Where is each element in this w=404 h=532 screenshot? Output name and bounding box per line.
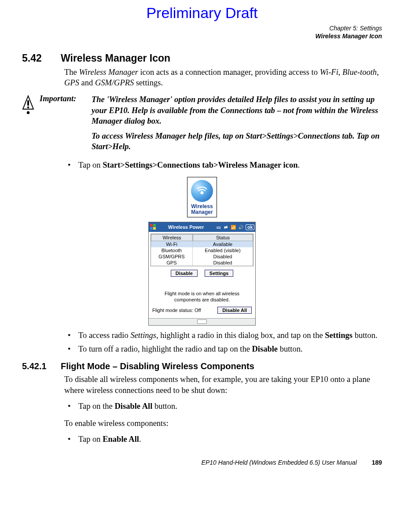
warning-icon (22, 94, 35, 151)
important-note-block: Important: The 'Wireless Manager' option… (22, 94, 382, 151)
cell-wireless: Bluetooth (151, 247, 193, 253)
text: Tap on (78, 435, 103, 444)
keyboard-icon (197, 319, 207, 324)
titlebar-title: Wireless Power (158, 224, 213, 230)
section-5-42-1-heading: 5.42.1Flight Mode – Disabling Wireless C… (22, 361, 382, 371)
svg-rect-4 (150, 224, 153, 227)
text: button. (152, 402, 177, 411)
text: . (139, 435, 141, 444)
svg-rect-7 (153, 227, 156, 230)
signal-icon: 📶 (230, 224, 236, 230)
battery-icon: ▭ (215, 224, 221, 230)
list-item: Tap on Start>Settings>Connections tab>Wi… (64, 160, 382, 171)
text: Manager (191, 209, 213, 215)
wireless-manager-icon-box: Wireless Manager (187, 177, 217, 217)
important-p1: The 'Wireless Manager' option provides d… (92, 94, 382, 126)
bullet-list-2: To access radio Settings, highlight a ra… (64, 330, 382, 355)
important-p2: To access Wireless Manager help files, t… (92, 131, 382, 152)
section-5-42-heading: 5.42Wireless Manager Icon (22, 52, 382, 64)
list-item: Tap on Enable All. (64, 434, 382, 445)
cell-wireless: GPS (151, 260, 193, 266)
list-item: To access radio Settings, highlight a ra… (64, 330, 382, 341)
cell-wireless: Wi-Fi (151, 241, 193, 247)
text-bold: Start>Settings>Connections tab>Wireless … (103, 161, 297, 169)
chapter-line-1: Chapter 5: Settings (22, 24, 382, 32)
footer-manual-title: EP10 Hand-Held (Windows Embedded 6.5) Us… (202, 459, 357, 466)
text-italic: GPS (64, 78, 79, 87)
bullet-list-1: Tap on Start>Settings>Connections tab>Wi… (64, 160, 382, 171)
enable-intro: To enable wireless components: (64, 418, 382, 429)
grid-header-row: Wireless Status (151, 234, 253, 241)
text-italic: GSM/GPRS (95, 78, 134, 87)
text-italic: Blue-tooth (342, 68, 377, 77)
text: The (64, 68, 79, 77)
bullet-list-3: Tap on the Disable All button. (64, 401, 382, 412)
svg-rect-6 (150, 227, 153, 230)
col-wireless-header: Wireless (151, 234, 193, 241)
svg-point-2 (27, 111, 29, 114)
svg-rect-5 (153, 224, 156, 227)
bullet-list-4: Tap on Enable All. (64, 434, 382, 445)
device-screenshot: Wireless Power ▭ ⇄ 📶 🔊 ok Wireless Statu… (148, 222, 256, 326)
text: To turn off a radio, highlight the radio… (78, 345, 252, 353)
table-row[interactable]: GPS Disabled (151, 260, 253, 266)
cell-status: Available (193, 241, 253, 247)
text-bold: Disable (252, 345, 278, 353)
table-row[interactable]: Wi-Fi Available (151, 241, 253, 247)
text: , (338, 68, 342, 77)
text: and (79, 78, 95, 87)
text: icon acts as a connection manager, provi… (138, 68, 320, 77)
disable-button[interactable]: Disable (171, 270, 198, 277)
chapter-header: Chapter 5: Settings Wireless Manager Ico… (22, 24, 382, 40)
chapter-line-2: Wireless Manager Icon (22, 32, 382, 40)
page-footer: EP10 Hand-Held (Windows Embedded 6.5) Us… (22, 459, 382, 466)
text-italic: Settings (130, 331, 156, 340)
subsection-number: 5.42.1 (22, 361, 61, 371)
windows-flag-icon (150, 224, 157, 231)
text: , (377, 68, 379, 77)
list-item: Tap on the Disable All button. (64, 401, 382, 412)
section-number: 5.42 (22, 52, 61, 64)
text-bold: Enable All (103, 435, 139, 444)
page-root: Preliminary Draft Chapter 5: Settings Wi… (0, 0, 404, 479)
network-icon: ⇄ (223, 224, 229, 230)
text: Tap on (78, 161, 103, 169)
text-bold: Disable All (114, 402, 152, 411)
sip-bar[interactable] (149, 318, 255, 325)
footer-page-number: 189 (372, 459, 382, 466)
text: button. (278, 345, 303, 353)
text-bold: Settings (325, 331, 353, 340)
text: , highlight a radio in this dialog box, … (156, 331, 325, 340)
text: To access radio (78, 331, 130, 340)
list-item: To turn off a radio, highlight the radio… (64, 344, 382, 355)
text: button. (353, 331, 378, 340)
text: Tap on the (78, 402, 114, 411)
settings-button[interactable]: Settings (205, 270, 233, 277)
cell-status: Disabled (193, 253, 253, 260)
svg-rect-0 (27, 100, 29, 106)
text: . (297, 161, 300, 169)
disable-all-button[interactable]: Disable All (217, 307, 252, 314)
preliminary-draft-header: Preliminary Draft (22, 4, 382, 22)
table-row[interactable]: Bluetooth Enabled (visible) (151, 247, 253, 253)
volume-icon: 🔊 (238, 224, 244, 230)
icon-caption: Wireless Manager (191, 204, 213, 215)
col-status-header: Status (193, 234, 253, 241)
wireless-grid: Wireless Status Wi-Fi Available Bluetoot… (151, 234, 253, 266)
figures-area: Wireless Manager Wireless Power ▭ ⇄ 📶 🔊 … (22, 177, 382, 326)
text: Wireless (191, 204, 213, 209)
cell-wireless: GSM/GPRS (151, 253, 193, 260)
intro-paragraph: The Wireless Manager icon acts as a conn… (64, 67, 382, 88)
text-italic: Wireless Manager (79, 68, 138, 77)
table-row[interactable]: GSM/GPRS Disabled (151, 253, 253, 260)
titlebar-status-icons: ▭ ⇄ 📶 🔊 (215, 224, 244, 230)
flight-mode-intro: To disable all wireless components when,… (64, 374, 382, 395)
svg-point-3 (201, 191, 204, 194)
ok-button[interactable]: ok (246, 224, 254, 230)
important-text: The 'Wireless Manager' option provides d… (92, 94, 382, 151)
text: settings. (134, 78, 163, 87)
cell-status: Disabled (193, 260, 253, 266)
svg-point-1 (27, 106, 29, 108)
flight-mode-note: Flight mode is on when all wireless comp… (151, 279, 253, 305)
device-titlebar: Wireless Power ▭ ⇄ 📶 🔊 ok (149, 222, 255, 232)
